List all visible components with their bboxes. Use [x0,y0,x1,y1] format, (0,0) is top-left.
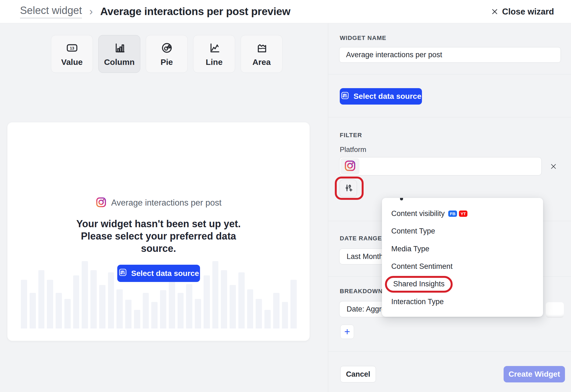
widget-type-pie[interactable]: Pie [146,35,188,73]
decorative-bar [169,280,175,328]
instagram-icon [344,160,356,173]
decorative-bar [186,284,192,328]
value-chart-icon: 13 [66,41,78,55]
widget-type-label: Column [104,57,135,67]
data-source-icon [340,91,350,102]
date-range-value: Last Month [347,252,383,261]
widget-type-line[interactable]: Line [193,35,235,73]
widget-name-input[interactable] [339,47,561,63]
page-title: Average interactions per post preview [100,5,290,18]
widget-wizard-screen: Select widget › Average interactions per… [0,0,571,392]
preview-empty-message: Your widget hasn't been set up yet. Plea… [7,218,310,255]
widget-type-label: Area [252,57,271,67]
preview-title-row: Average interactions per post [7,197,310,209]
decorative-bar [82,261,88,328]
pie-chart-icon [161,41,173,55]
decorative-bar [99,285,105,328]
decorative-bar [116,289,123,328]
decorative-bar [290,280,297,328]
menu-item-label: Interaction Type [391,298,444,306]
decorative-bar [282,302,288,328]
menu-item-content-sentiment[interactable]: Content Sentiment [382,258,543,276]
breadcrumb-chevron-icon: › [89,6,93,18]
decorative-bar [221,270,227,328]
panel-divider [328,23,328,392]
menu-item-media-type[interactable]: Media Type [382,240,543,258]
breadcrumb-select-widget[interactable]: Select widget [20,5,82,18]
widget-type-label: Line [206,57,223,67]
menu-item-content-type[interactable]: Content Type [382,223,543,240]
yt-platform-badge: YT [459,211,467,217]
widget-type-value[interactable]: 13Value [51,35,93,73]
menu-item-label: Content Type [391,227,435,235]
footer-divider [328,351,571,351]
column-chart-icon [113,41,126,55]
decorative-bar [212,261,219,328]
date-range-label: DATE RANGE [340,235,382,242]
menu-item-label: Shared Insights [385,276,453,293]
platform-select[interactable] [339,157,542,175]
add-breakdown-button[interactable]: + [340,325,354,339]
decorative-bar [238,272,245,328]
area-chart-icon [255,41,268,55]
breakdown-label: BREAKDOWN [340,288,383,295]
line-chart-icon [208,41,221,55]
decorative-bar [56,293,62,328]
decorative-bar [125,300,132,328]
decorative-bar [160,290,166,328]
decorative-bar [256,299,262,328]
decorative-bar [90,270,97,328]
select-data-source-button-preview[interactable]: Select data source [117,265,200,282]
top-bar: Select widget › Average interactions per… [0,0,571,23]
select-data-source-button-panel[interactable]: Select data source [340,88,422,105]
platform-label: Platform [340,145,366,154]
clipped-menu-item-fragment [400,198,403,200]
instagram-icon [96,197,107,209]
menu-item-content-visibility[interactable]: Content visibilityFBYT [382,205,543,223]
decorative-bar [134,310,140,328]
widget-type-column[interactable]: Column [98,35,140,73]
decorative-bar [73,275,79,328]
widget-type-label: Value [61,57,82,67]
breakdown-secondary-button[interactable] [546,302,564,318]
section-divider [328,117,571,117]
remove-platform-filter-button[interactable] [548,162,559,171]
decorative-bar [47,280,53,328]
svg-text:13: 13 [70,46,74,50]
menu-item-label: Content Sentiment [391,262,453,271]
sliders-plus-icon [344,183,353,194]
menu-item-shared-insights[interactable]: Shared Insights [382,275,543,293]
close-wizard-button[interactable]: Close wizard [491,0,554,23]
widget-name-label: WIDGET NAME [340,34,386,42]
menu-item-interaction-type[interactable]: Interaction Type [382,293,543,311]
decorative-bar [108,272,114,328]
decorative-bar [64,299,71,328]
decorative-bar [143,293,149,328]
decorative-bar [273,293,279,328]
create-widget-button[interactable]: Create Widget [504,366,565,382]
decorative-bar [195,299,201,328]
plus-icon: + [344,326,350,338]
close-wizard-label: Close wizard [502,7,554,17]
x-icon [550,163,557,170]
widget-type-area[interactable]: Area [241,35,282,73]
cancel-button[interactable]: Cancel [340,366,376,382]
menu-item-label: Media Type [391,245,429,253]
close-icon [491,8,498,15]
widget-type-selector: 13ValueColumnPieLineArea [51,35,282,73]
widget-preview-card: Average interactions per post Your widge… [7,122,310,341]
decorative-bar [230,285,236,328]
decorative-bar [247,289,253,328]
filter-dropdown-menu: Content visibilityFBYTContent TypeMedia … [382,198,543,317]
section-divider [328,74,571,74]
widget-type-label: Pie [161,57,173,67]
decorative-bar [178,293,184,328]
decorative-bar [151,302,158,328]
decorative-bar [204,275,210,328]
fb-platform-badge: FB [448,211,457,217]
add-filter-button[interactable] [339,180,357,197]
decorative-bar [21,280,27,328]
menu-item-label: Content visibility [391,209,445,218]
filter-section-label: FILTER [340,132,362,139]
decorative-bar [38,270,45,328]
